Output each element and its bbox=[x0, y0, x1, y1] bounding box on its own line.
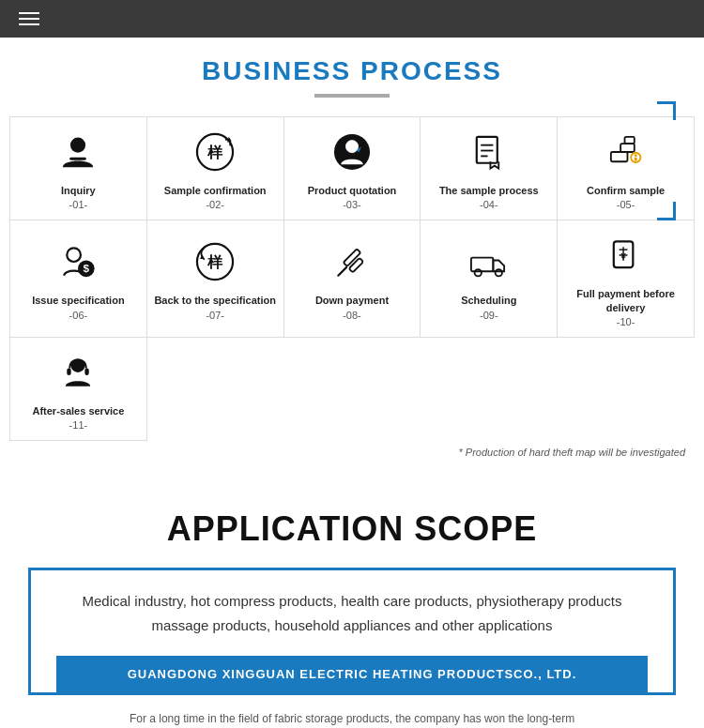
step-10-num: -10- bbox=[617, 316, 635, 327]
step-04-name: The sample process bbox=[439, 184, 539, 197]
step-02-num: -02- bbox=[206, 199, 224, 210]
confirm-sample-icon bbox=[605, 131, 647, 178]
process-step-08: Down payment -08- bbox=[284, 220, 421, 338]
step-05-num: -05- bbox=[617, 199, 635, 210]
process-step-01: Inquiry -01- bbox=[10, 117, 147, 220]
svg-point-0 bbox=[70, 138, 85, 153]
back-spec-icon: 样 bbox=[194, 241, 236, 288]
business-header: BUSINESS PROCESS bbox=[9, 56, 695, 98]
app-description: Medical industry, hot compress products,… bbox=[59, 589, 645, 637]
step-07-num: -07- bbox=[206, 310, 224, 321]
process-step-11: After-sales service -11- bbox=[10, 338, 147, 441]
title-underline bbox=[314, 94, 390, 98]
step-03-num: -03- bbox=[343, 199, 361, 210]
application-scope-section: APPLICATION SCOPE Medical industry, hot … bbox=[0, 472, 704, 728]
svg-line-23 bbox=[338, 267, 346, 276]
svg-text:样: 样 bbox=[207, 144, 223, 160]
step-10-name: Full payment before delivery bbox=[562, 287, 689, 314]
svg-rect-33 bbox=[68, 368, 71, 374]
svg-point-5 bbox=[345, 141, 358, 153]
svg-text:样: 样 bbox=[207, 253, 223, 270]
business-process-title: BUSINESS PROCESS bbox=[9, 56, 695, 86]
step-09-num: -09- bbox=[480, 310, 498, 321]
step-04-num: -04- bbox=[480, 199, 498, 210]
notice-text: * Production of hard theft map will be i… bbox=[9, 441, 695, 458]
process-step-10: ¥ Full payment before delivery -10- bbox=[558, 220, 695, 338]
svg-text:¥: ¥ bbox=[620, 250, 626, 261]
process-step-02: 样 Sample confirmation -02- bbox=[147, 117, 284, 220]
process-step-03: Product quotation -03- bbox=[284, 117, 421, 220]
hamburger-menu[interactable] bbox=[19, 12, 39, 25]
step-11-name: After-sales service bbox=[32, 404, 124, 417]
step-02-name: Sample confirmation bbox=[164, 184, 267, 197]
process-grid: Inquiry -01- 样 Sample confirmation -02- bbox=[9, 116, 695, 441]
process-step-09: Scheduling -09- bbox=[421, 220, 558, 338]
inquiry-icon bbox=[57, 131, 99, 178]
down-payment-icon bbox=[331, 241, 373, 288]
svg-rect-22 bbox=[349, 258, 364, 273]
svg-rect-15 bbox=[634, 158, 636, 161]
app-scope-box: Medical industry, hot compress products,… bbox=[28, 568, 676, 695]
full-payment-icon: ¥ bbox=[605, 235, 647, 281]
step-09-name: Scheduling bbox=[461, 294, 516, 307]
business-process-section: BUSINESS PROCESS Inquiry -01- 样 bbox=[0, 38, 704, 472]
corner-decoration-bottom bbox=[657, 202, 676, 220]
svg-point-25 bbox=[474, 270, 481, 277]
svg-rect-10 bbox=[624, 137, 634, 144]
svg-rect-11 bbox=[620, 144, 635, 152]
issue-spec-icon: $ bbox=[57, 241, 99, 288]
step-06-num: -06- bbox=[69, 310, 88, 321]
step-07-name: Back to the specification bbox=[154, 294, 276, 307]
sample-confirmation-icon: 样 bbox=[194, 131, 236, 178]
step-05-name: Confirm sample bbox=[587, 184, 665, 197]
product-quotation-icon bbox=[331, 131, 373, 178]
svg-rect-21 bbox=[344, 250, 361, 267]
svg-point-26 bbox=[495, 270, 501, 277]
step-11-num: -11- bbox=[69, 419, 88, 431]
app-scope-title: APPLICATION SCOPE bbox=[28, 509, 676, 549]
svg-rect-1 bbox=[70, 158, 87, 160]
svg-point-14 bbox=[634, 154, 636, 157]
svg-rect-12 bbox=[610, 152, 627, 161]
sample-process-icon bbox=[468, 131, 510, 178]
step-03-name: Product quotation bbox=[308, 184, 397, 197]
svg-point-16 bbox=[68, 249, 82, 263]
step-01-num: -01- bbox=[69, 199, 88, 210]
corner-decoration-top bbox=[657, 101, 676, 120]
step-01-name: Inquiry bbox=[61, 184, 96, 197]
after-sales-icon bbox=[57, 352, 99, 399]
process-step-04: The sample process -04- bbox=[421, 117, 558, 220]
top-bar bbox=[0, 0, 704, 38]
svg-text:$: $ bbox=[84, 262, 90, 274]
company-banner: GUANGDONG XINGGUAN ELECTRIC HEATING PROD… bbox=[56, 656, 648, 692]
scheduling-icon bbox=[468, 241, 510, 288]
process-step-07: 样 Back to the specification -07- bbox=[147, 220, 284, 338]
process-step-06: $ Issue specification -06- bbox=[10, 220, 147, 338]
step-08-num: -08- bbox=[343, 310, 361, 321]
step-08-name: Down payment bbox=[315, 294, 389, 307]
step-06-name: Issue specification bbox=[32, 294, 124, 307]
footer-text: For a long time in the field of fabric s… bbox=[28, 709, 676, 728]
svg-rect-24 bbox=[471, 258, 493, 272]
svg-rect-34 bbox=[85, 368, 89, 374]
